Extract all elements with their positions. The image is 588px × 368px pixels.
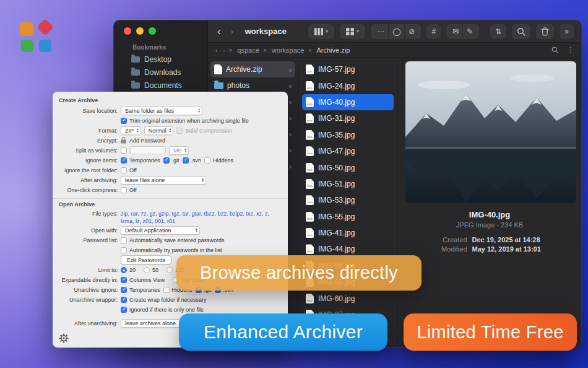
minimize-window-button[interactable] [136, 27, 144, 35]
window-controls [124, 27, 156, 35]
oneclick-checkbox[interactable]: Off [121, 187, 137, 193]
tags-button[interactable]: # [426, 24, 441, 39]
pw-save-checkbox[interactable]: Automatically save entered passwords [121, 237, 225, 243]
forward-button[interactable]: › [228, 25, 236, 38]
sidebar-item-desktop[interactable]: Desktop [128, 53, 204, 66]
file-row[interactable]: IMG-60.jpg [302, 290, 394, 306]
trim-extension-checkbox[interactable]: Trim original extension when archiving s… [121, 118, 249, 124]
checkbox-icon [121, 157, 127, 164]
checkbox-label: Temporaries [129, 157, 160, 164]
breadcrumb-archive[interactable]: Archive.zip [316, 46, 350, 54]
breadcrumb-qspace[interactable]: qspace [237, 46, 259, 54]
eject-button[interactable]: ⊘ [404, 24, 418, 39]
file-row[interactable]: IMG-51.jpg [302, 176, 394, 192]
format-label: Format: [58, 128, 118, 134]
after-archiving-select[interactable]: leave files alone [121, 176, 206, 185]
mail-button[interactable]: ✉ [449, 24, 462, 39]
zoom-window-button[interactable] [149, 27, 156, 35]
app-logo [19, 20, 56, 56]
format-select[interactable]: ZIP [121, 126, 141, 135]
browser-item-archive[interactable]: Archive.zip › [210, 61, 295, 77]
after-archiving-label: After archiving: [58, 177, 118, 183]
file-row[interactable]: IMG-41.jpg [302, 225, 394, 241]
openwith-select[interactable]: Default Application [121, 226, 200, 235]
connect-button[interactable]: ◯ [388, 24, 404, 39]
file-row[interactable]: IMG-47.jpg [302, 143, 394, 159]
file-row-selected[interactable]: IMG-40.jpg [302, 94, 394, 110]
sidebar-item-documents[interactable]: Documents [128, 79, 204, 92]
level-select[interactable]: Normal [144, 126, 174, 135]
search-button[interactable] [512, 24, 530, 39]
sort-button[interactable]: ⇅ [490, 24, 506, 39]
ignore-git-checkbox[interactable]: .git [163, 157, 179, 164]
checkbox-label: Solid Compression [185, 128, 232, 134]
jpeg-file-icon [306, 294, 314, 304]
file-row[interactable]: IMG-31.jpg [302, 110, 394, 126]
sidebar-item-label: Downloads [144, 68, 181, 77]
more-actions-button[interactable]: ⋯ [373, 24, 388, 39]
preview-image[interactable] [405, 61, 576, 203]
select-value: Normal [149, 128, 166, 134]
group-by-button[interactable]: ▾ [340, 24, 365, 39]
unarchive-wrapper-label: Unarchive wrapper: [58, 297, 118, 303]
view-columns-button[interactable]: ▾ [308, 24, 334, 39]
filetypes-links[interactable]: zip, rar, 7z, gz, gzip, tgz, tar, gtar, … [121, 210, 274, 225]
path-back-button[interactable]: ‹ [215, 46, 218, 54]
path-forward-button[interactable]: › [223, 46, 225, 54]
back-button[interactable]: ‹ [215, 25, 223, 38]
limit-50-radio[interactable]: 50 [144, 267, 158, 273]
file-label: IMG-57.jpg [318, 65, 355, 74]
sidebar-item-downloads[interactable]: Downloads [128, 66, 204, 79]
ignore-root-checkbox[interactable]: Off [121, 167, 137, 173]
split-volumes-label: Split as volumes: [58, 147, 118, 154]
ignore-hiddens-checkbox[interactable]: Hiddens [204, 157, 233, 164]
expand-columns-checkbox[interactable]: Columns View [121, 277, 165, 283]
file-row[interactable]: IMG-57.jpg [302, 61, 394, 77]
add-password-button[interactable]: Add Password [129, 138, 165, 144]
file-row[interactable]: IMG-35.jpg [302, 127, 394, 143]
chevron-right-icon: › [289, 129, 292, 139]
file-row[interactable]: IMG-24.jpg [302, 77, 394, 94]
compose-button[interactable]: ✎ [462, 24, 477, 39]
file-row[interactable]: IMG-53.jpg [302, 192, 394, 208]
wrap-ignored-checkbox[interactable]: Ignored if there is only one file [121, 307, 204, 313]
file-label: IMG-53.jpg [318, 196, 355, 204]
file-row[interactable]: IMG-55.jpg [302, 209, 394, 225]
edit-passwords-button[interactable]: Edit Passwords [121, 255, 171, 265]
file-row[interactable]: IMG-50.jpg [302, 159, 394, 175]
trash-button[interactable] [536, 24, 554, 39]
ignore-temporaries-checkbox[interactable]: Temporaries [121, 157, 160, 164]
logo-blue-square [39, 40, 51, 52]
search-icon[interactable] [551, 46, 558, 53]
split-unit-select[interactable]: MB [169, 146, 189, 155]
split-volumes-checkbox[interactable] [121, 147, 127, 154]
wrap-folder-checkbox[interactable]: Create wrap folder if necessary [121, 297, 207, 303]
jpeg-file-icon [306, 64, 314, 74]
save-location-select[interactable]: Same folder as files [121, 107, 202, 115]
close-window-button[interactable] [124, 27, 131, 35]
overflow-button[interactable]: » [560, 24, 574, 39]
file-label: IMG-50.jpg [318, 164, 355, 172]
select-value: leave files alone [125, 177, 165, 183]
created-value: Dec 19, 2025 at 14:28 [472, 236, 565, 243]
preview-panel: IMG-40.jpg JPEG Image - 234 KB Created D… [397, 58, 581, 347]
file-label: IMG-40.jpg [318, 98, 355, 107]
more-vert-icon[interactable]: ⋮ [567, 46, 574, 54]
select-arrows-icon [170, 128, 171, 133]
open-archive-title: Open Archive [59, 201, 288, 208]
folder-icon [131, 56, 140, 63]
slash-icon: ⊘ [409, 28, 415, 35]
file-label: IMG-44.jpg [318, 245, 355, 253]
ignore-root-label: Ignore the root folder: [58, 167, 118, 173]
unignore-temporaries-checkbox[interactable]: Temporaries [121, 287, 160, 293]
breadcrumb-workspace[interactable]: workspace [272, 46, 305, 54]
split-size-input[interactable] [130, 146, 166, 154]
banner-text: Browse archives directly [200, 263, 398, 283]
limit-20-radio[interactable]: 20 [121, 267, 136, 273]
gear-icon[interactable] [59, 333, 69, 343]
desktop-background: Bookmarks Desktop Downloads Documents [0, 0, 588, 368]
solid-compression-checkbox[interactable]: Solid Compression [176, 128, 232, 134]
ignore-svn-checkbox[interactable]: .svn [183, 157, 202, 164]
pw-try-checkbox[interactable]: Automatically try passwords in the list [121, 247, 222, 253]
checkbox-icon [163, 157, 170, 164]
